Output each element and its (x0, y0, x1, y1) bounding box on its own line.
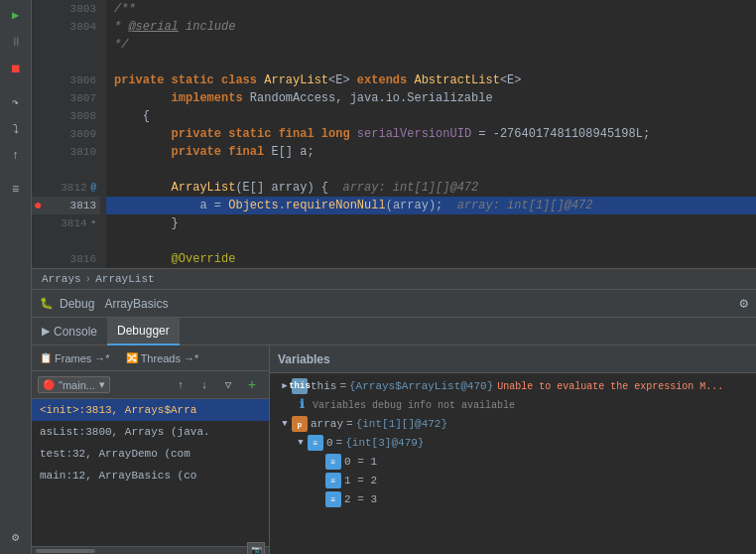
run-sidebar: ▶ ⏸ ⏹ ↷ ⤵ ↑ ≡ ⚙ (0, 0, 32, 554)
code-lines: /** * @serial include */ private static … (106, 0, 756, 268)
code-empty3 (106, 232, 756, 250)
variables-header: Variables (270, 346, 756, 373)
debug-icon: 🐛 (40, 297, 54, 310)
capture-button[interactable]: 📷 (247, 542, 265, 555)
zero-1-icon: ≡ (325, 473, 341, 488)
frames-icon: 📋 (40, 352, 52, 363)
gutter-3815: 3814 + (32, 214, 100, 232)
content-area: 3803 3804 3806 3807 3808 3809 3810 3812 … (32, 0, 756, 554)
step-into-button[interactable]: ⤵ (3, 116, 29, 142)
debug-title: Debug (60, 297, 94, 311)
gutter-3814-active: ● 3813 (32, 197, 100, 214)
filter-button[interactable]: ▽ (217, 374, 239, 396)
var-zero-row: ▼ ≡ 0 = {int[3]@479} (270, 434, 756, 453)
debug-settings-button[interactable]: ⚙ (740, 295, 748, 312)
left-panel: 📋 Frames →* 🔀 Threads →* 🔴 "main... ▾ (32, 346, 270, 554)
zero-2-icon: ≡ (325, 491, 341, 507)
var-array-row: ▼ p array = {int[1][]@472} (270, 415, 756, 434)
zero-0-icon: ≡ (325, 454, 341, 470)
var-0-1-row: ≡ 1 = 2 (270, 472, 756, 490)
frames-toolbar: 🔴 "main... ▾ ↑ ↓ ▽ + (32, 371, 269, 399)
gutter-3804: 3804 (32, 18, 100, 36)
gutter-3813: 3812 @ (32, 179, 100, 197)
frame-item-2[interactable]: test:32, ArrayDemo (com (32, 443, 269, 465)
right-panel: Variables ▶ this this = {Arrays$ArrayLis… (270, 346, 756, 554)
code-3804: * @serial include (106, 18, 756, 36)
var-array-expand[interactable]: ▼ (278, 416, 292, 433)
breakpoint-icon: ● (34, 197, 42, 214)
console-tab[interactable]: ▶ Console (32, 318, 107, 346)
var-info-row: ℹ Variables debug info not available (270, 396, 756, 415)
threads-icon: 🔀 (126, 352, 138, 363)
gutter-3812 (32, 161, 100, 179)
var-zero-expand[interactable]: ▼ (294, 435, 308, 452)
frame-list: <init>:3813, Arrays$Arra asList:3800, Ar… (32, 399, 269, 546)
breadcrumb: Arrays › ArrayList (32, 268, 756, 290)
code-3807: implements RandomAccess, java.io.Seriali… (106, 89, 756, 107)
debug-bar: 🐛 Debug ArrayBasics ⚙ (32, 290, 756, 318)
step-out-button[interactable]: ↑ (3, 143, 29, 169)
gutter-3803: 3803 (32, 0, 100, 18)
code-3803: /** (106, 0, 756, 18)
thread-dropdown[interactable]: 🔴 "main... ▾ (38, 376, 110, 393)
code-3812: ArrayList(E[] array) { array: int[1][]@4… (106, 179, 756, 197)
thread-icon: 🔴 (43, 379, 55, 390)
evaluate-button[interactable]: ≡ (3, 177, 29, 203)
gutter-3805 (32, 36, 100, 54)
editor-area: 3803 3804 3806 3807 3808 3809 3810 3812 … (32, 0, 756, 268)
gutter-3809: 3808 (32, 107, 100, 125)
breadcrumb-path1[interactable]: Arrays (42, 273, 81, 285)
debug-config: ArrayBasics (104, 297, 168, 311)
horizontal-scrollbar[interactable] (36, 549, 95, 553)
gutter-3810: 3809 (32, 125, 100, 143)
stop-button[interactable]: ⏹ (3, 56, 29, 81)
code-3813-highlighted: a = Objects.requireNonNull(array); array… (106, 197, 756, 214)
code-3808: { (106, 107, 756, 125)
step-over-button[interactable]: ↷ (3, 89, 29, 115)
zero-arr-icon: ≡ (308, 435, 323, 451)
breadcrumb-separator: › (85, 273, 92, 285)
frames-tab[interactable]: 📋 Frames →* (32, 346, 118, 371)
frame-up-button[interactable]: ↑ (170, 374, 191, 396)
gutter-3817: 3816 (32, 250, 100, 268)
var-0-2-row: ≡ 2 = 3 (270, 490, 756, 509)
debug-main: 📋 Frames →* 🔀 Threads →* 🔴 "main... ▾ (32, 346, 756, 554)
code-3806: private static class ArrayList<E> extend… (106, 71, 756, 89)
code-empty1 (106, 54, 756, 71)
code-3810: private final E[] a; (106, 143, 756, 161)
gutter-3811: 3810 (32, 143, 100, 161)
restore-button[interactable]: + (241, 374, 263, 396)
threads-tab[interactable]: 🔀 Threads →* (118, 346, 207, 371)
this-icon: this (292, 378, 308, 394)
gutter-3807: 3806 (32, 71, 100, 89)
frame-item-1[interactable]: asList:3800, Arrays (java. (32, 421, 269, 443)
code-3814: } (106, 214, 756, 232)
code-empty2 (106, 161, 756, 179)
debug-tabs: ▶ Console Debugger (32, 318, 756, 346)
code-3816: @Override (106, 250, 756, 268)
line-numbers: 3803 3804 3806 3807 3808 3809 3810 3812 … (32, 0, 106, 268)
pause-button[interactable]: ⏸ (3, 29, 29, 55)
frame-item-3[interactable]: main:12, ArrayBasics (co (32, 465, 269, 486)
run-button[interactable]: ▶ (3, 2, 29, 28)
dropdown-arrow: ▾ (99, 378, 105, 391)
gutter-3808: 3807 (32, 89, 100, 107)
gutter-3816 (32, 232, 100, 250)
settings-icon[interactable]: ⚙ (3, 524, 29, 550)
array-p-icon: p (292, 416, 308, 432)
code-container: 3803 3804 3806 3807 3808 3809 3810 3812 … (32, 0, 756, 268)
variables-content: ▶ this this = {Arrays$ArrayList@470} Una… (270, 373, 756, 554)
breadcrumb-path2[interactable]: ArrayList (95, 273, 154, 285)
bookmark-icon: @ (91, 179, 96, 197)
expand-icon: + (91, 214, 96, 232)
debugger-tab[interactable]: Debugger (107, 318, 180, 346)
var-0-0-row: ≡ 0 = 1 (270, 453, 756, 472)
var-this-row: ▶ this this = {Arrays$ArrayList@470} Una… (270, 377, 756, 396)
console-icon: ▶ (42, 325, 50, 338)
code-end-comment: */ (106, 36, 756, 54)
frame-item-0[interactable]: <init>:3813, Arrays$Arra (32, 399, 269, 421)
frame-down-button[interactable]: ↓ (193, 374, 215, 396)
code-3809: private static final long serialVersionU… (106, 125, 756, 143)
info-icon: ℹ (294, 397, 310, 413)
gutter-3806 (32, 54, 100, 71)
